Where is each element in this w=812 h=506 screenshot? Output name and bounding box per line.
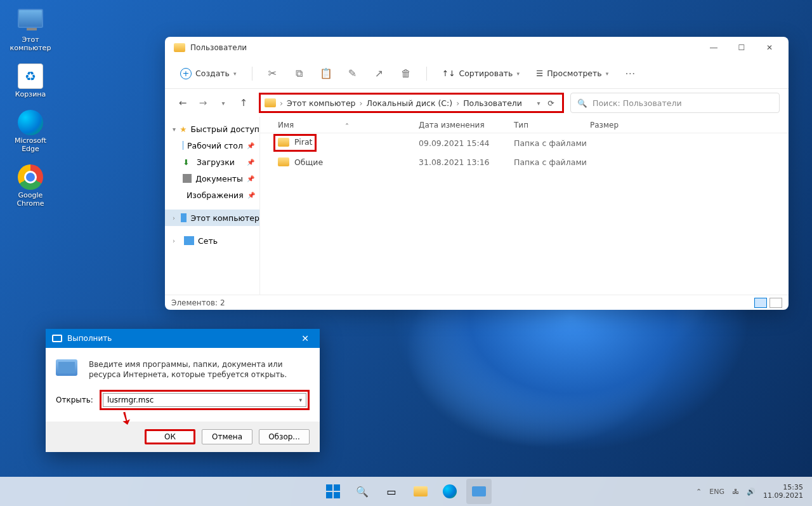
desktop-icon-edge[interactable]: Microsoft Edge <box>6 110 55 153</box>
file-row[interactable]: Общие 31.08.2021 13:16 Папка с файлами <box>260 152 789 171</box>
sidebar-item-desktop[interactable]: Рабочий стол📌 <box>165 137 259 154</box>
pin-icon: 📌 <box>247 175 254 182</box>
rename-icon[interactable]: ✎ <box>341 63 364 84</box>
pin-icon: 📌 <box>247 192 255 199</box>
address-bar[interactable]: › Этот компьютер › Локальный диск (C:) ›… <box>259 93 564 113</box>
window-title: Пользователи <box>190 43 700 52</box>
chevron-down-icon[interactable]: ▾ <box>537 100 540 107</box>
paste-icon[interactable]: 📋 <box>315 63 337 84</box>
pin-icon: 📌 <box>247 159 254 166</box>
run-dialog: Выполнить ✕ Введите имя программы, папки… <box>46 329 320 452</box>
tray-network-icon[interactable]: 🖧 <box>732 488 739 496</box>
folder-icon <box>265 98 276 107</box>
history-chevron-icon[interactable]: ▾ <box>214 94 232 112</box>
view-button[interactable]: ☰ Просмотреть ▾ <box>530 65 615 81</box>
delete-icon[interactable]: 🗑 <box>395 63 417 84</box>
file-row[interactable]: Pirat 09.09.2021 15:44 Папка с файлами <box>260 133 789 152</box>
titlebar[interactable]: Пользователи ― ☐ ✕ <box>165 37 789 58</box>
tray-volume-icon[interactable]: 🔊 <box>747 488 756 496</box>
breadcrumb-segment[interactable]: Пользователи <box>463 98 522 108</box>
sort-indicator-icon: ⌃ <box>344 123 350 129</box>
taskbar-search-icon[interactable]: 🔍 <box>350 479 375 504</box>
sidebar-item-downloads[interactable]: ⬇Загрузки📌 <box>165 154 259 170</box>
taskbar: 🔍 ▭ ⌃ ENG 🖧 🔊 15:35 11.09.2021 <box>0 477 812 506</box>
search-input[interactable]: 🔍 Поиск: Пользователи <box>570 93 780 113</box>
column-headers[interactable]: Имя⌃ Дата изменения Тип Размер <box>260 117 789 133</box>
ok-button[interactable]: ОК <box>145 429 195 444</box>
view-icons-button[interactable] <box>769 298 782 308</box>
run-app-icon <box>56 359 77 376</box>
close-button[interactable]: ✕ <box>756 38 783 57</box>
tray-clock[interactable]: 15:35 11.09.2021 <box>763 483 803 500</box>
tray-language[interactable]: ENG <box>709 488 724 496</box>
tray-chevron-icon[interactable]: ⌃ <box>696 488 702 496</box>
run-input[interactable]: lusrmgr.msc ▾ <box>103 393 306 407</box>
taskbar-explorer-icon[interactable] <box>408 479 433 504</box>
view-details-button[interactable] <box>754 298 767 308</box>
breadcrumb-segment[interactable]: Этот компьютер <box>287 98 356 108</box>
share-icon[interactable]: ↗ <box>368 63 391 84</box>
file-explorer-window: Пользователи ― ☐ ✕ + Создать ▾ ✂ ⧉ 📋 ✎ ↗… <box>165 37 789 310</box>
search-icon: 🔍 <box>577 98 587 108</box>
minimize-button[interactable]: ― <box>700 38 728 57</box>
desktop-icon-chrome[interactable]: Google Chrome <box>6 164 55 208</box>
sidebar-quick-access[interactable]: ▾★ Быстрый доступ <box>165 121 259 137</box>
sidebar-item-documents[interactable]: Документы📌 <box>165 170 259 187</box>
cut-icon[interactable]: ✂ <box>261 63 284 84</box>
run-titlebar[interactable]: Выполнить ✕ <box>46 329 320 348</box>
desktop-icon-this-pc[interactable]: Этот компьютер <box>6 9 55 52</box>
run-description: Введите имя программы, папки, документа … <box>89 359 310 380</box>
folder-icon <box>278 157 289 166</box>
cancel-button[interactable]: Отмена <box>202 429 252 444</box>
sidebar: ▾★ Быстрый доступ Рабочий стол📌 ⬇Загрузк… <box>165 117 260 295</box>
breadcrumb-segment[interactable]: Локальный диск (C:) <box>367 98 453 108</box>
maximize-button[interactable]: ☐ <box>728 38 756 57</box>
browse-button[interactable]: Обзор... <box>259 429 310 444</box>
sidebar-this-pc[interactable]: › Этот компьютер <box>165 210 259 226</box>
chevron-down-icon: ▾ <box>233 70 237 77</box>
up-button[interactable]: ↑ <box>235 94 252 112</box>
open-label: Открыть: <box>56 396 93 404</box>
sort-icon: ↑↓ <box>442 69 455 78</box>
pin-icon: 📌 <box>247 142 254 149</box>
sort-button[interactable]: ↑↓ Сортировать ▾ <box>436 65 526 81</box>
status-text: Элементов: 2 <box>171 298 225 307</box>
back-button[interactable]: ← <box>174 94 192 112</box>
chevron-down-icon: ▾ <box>606 70 609 77</box>
sidebar-item-pictures[interactable]: Изображения📌 <box>165 187 259 203</box>
forward-button[interactable]: → <box>194 94 212 112</box>
chevron-down-icon[interactable]: ▾ <box>299 397 302 403</box>
run-icon <box>52 335 62 342</box>
close-button[interactable]: ✕ <box>297 333 313 343</box>
desktop-icon-recycle-bin[interactable]: Корзина <box>6 63 55 98</box>
folder-icon <box>278 138 289 147</box>
taskbar-run-icon[interactable] <box>466 479 492 504</box>
start-button[interactable] <box>320 479 346 504</box>
copy-icon[interactable]: ⧉ <box>288 63 311 84</box>
view-icon: ☰ <box>536 69 543 78</box>
sidebar-network[interactable]: › Сеть <box>165 232 259 249</box>
plus-icon: + <box>180 68 192 79</box>
taskbar-taskview-icon[interactable]: ▭ <box>379 479 404 504</box>
chevron-down-icon: ▾ <box>516 70 520 77</box>
refresh-icon[interactable]: ⟳ <box>548 98 554 108</box>
folder-icon <box>174 43 185 52</box>
new-button[interactable]: + Создать ▾ <box>174 65 243 83</box>
taskbar-edge-icon[interactable] <box>437 479 462 504</box>
more-icon[interactable]: ⋯ <box>619 63 641 84</box>
